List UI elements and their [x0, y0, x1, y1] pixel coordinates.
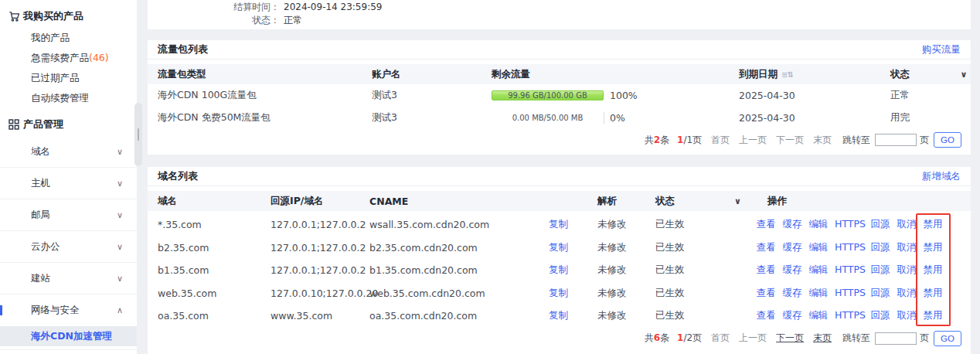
view-link[interactable]: 查看 [756, 264, 776, 277]
disable-link[interactable]: 禁用 [923, 264, 943, 277]
https-link[interactable]: HTTPS [835, 241, 864, 253]
cancel-link[interactable]: 取消 [897, 309, 917, 322]
copy-link[interactable]: 复制 [549, 287, 568, 298]
prev-page-link[interactable]: 上一页 [739, 134, 767, 147]
edit-link[interactable]: 编辑 [808, 309, 829, 322]
jump-page-input[interactable] [875, 134, 917, 146]
total-count: 共2条 [645, 134, 669, 147]
copy-link[interactable]: 复制 [549, 309, 568, 321]
cache-link[interactable]: 缓存 [782, 241, 802, 254]
status-filter-chevron-icon[interactable]: ∨ [734, 196, 756, 206]
https-link[interactable]: HTTPS [835, 264, 864, 275]
sidebar-item-network-security[interactable]: 网络与安全∧ [0, 294, 137, 326]
view-link[interactable]: 查看 [756, 309, 776, 322]
disable-link[interactable]: 禁用 [923, 309, 943, 322]
chevron-down-icon: ∨ [117, 242, 123, 252]
cname-value: b2.35.com.cdn20.com [369, 242, 543, 254]
sidebar-item-overseas-cdn[interactable]: 海外CDN加速管理 [0, 326, 137, 346]
origin-link[interactable]: 回源 [870, 218, 890, 231]
account-name: 测试3 [372, 111, 492, 124]
first-page-link[interactable]: 首页 [711, 134, 730, 147]
next-page-link[interactable]: 下一页 [776, 134, 804, 147]
next-page-link[interactable]: 下一页 [776, 332, 804, 345]
origin-link[interactable]: 回源 [870, 309, 890, 322]
sidebar-item-site-builder[interactable]: 建站∨ [0, 263, 137, 294]
edit-link[interactable]: 编辑 [808, 241, 829, 254]
add-domain-link[interactable]: 新增域名 [922, 170, 961, 183]
progress-bar: 99.96 GB/100.00 GB [492, 90, 604, 100]
package-status: 用完 [890, 111, 957, 124]
sidebar-group-purchased: 我购买的产品 [8, 8, 137, 25]
disable-link[interactable]: 禁用 [923, 241, 943, 254]
percent-value: 100% [610, 90, 638, 101]
cache-link[interactable]: 缓存 [782, 309, 802, 322]
view-link[interactable]: 查看 [756, 218, 776, 231]
package-type: 海外CDN 免费50M流量包 [148, 111, 372, 124]
total-number: 6 [654, 332, 660, 343]
copy-link[interactable]: 复制 [549, 241, 568, 253]
traffic-table-header: 流量包类型 账户名 剩余流量 到期日期≡⇅ 状态 ∨ [148, 64, 971, 84]
origin-link[interactable]: 回源 [870, 241, 890, 254]
jump-label: 跳转至 [842, 332, 870, 345]
buy-traffic-link[interactable]: 购买流量 [922, 43, 961, 56]
cache-link[interactable]: 缓存 [782, 287, 802, 300]
disable-link[interactable]: 禁用 [923, 287, 943, 300]
table-row: 海外CDN 100G流量包 测试3 99.96 GB/100.00 GB 100… [148, 84, 971, 107]
go-button[interactable]: GO [934, 132, 961, 148]
traffic-package-section: 流量包列表 购买流量 流量包类型 账户名 剩余流量 到期日期≡⇅ 状态 ∨ 海外… [148, 40, 971, 155]
cancel-link[interactable]: 取消 [897, 218, 917, 231]
https-link[interactable]: HTTPS [835, 287, 864, 298]
sidebar-collapse-handle[interactable] [134, 103, 142, 166]
chevron-down-icon: ∨ [117, 210, 123, 220]
last-page-link[interactable]: 末页 [813, 134, 832, 147]
domain-list-section: 域名列表 新增域名 域名 回源IP/域名 CNAME 解析 状态 ∨ 操作 *.… [148, 167, 971, 354]
sidebar-item-auto-renew[interactable]: 自动续费管理 [0, 88, 137, 108]
edit-link[interactable]: 编辑 [808, 264, 829, 277]
copy-link[interactable]: 复制 [549, 264, 568, 275]
sidebar-item-renew-products[interactable]: 急需续费产品(46) [0, 48, 137, 68]
origin-ip: 127.0.0.1;127.0.0.2 [271, 264, 369, 276]
cancel-link[interactable]: 取消 [897, 264, 917, 277]
go-button[interactable]: GO [934, 331, 961, 346]
view-link[interactable]: 查看 [756, 241, 776, 254]
sidebar-item-cloud-office[interactable]: 云办公∨ [0, 231, 137, 263]
status-label: 状态： [148, 14, 280, 27]
edit-link[interactable]: 编辑 [808, 287, 829, 300]
grid-icon [8, 118, 20, 131]
resolve-status: 未修改 [597, 287, 655, 300]
chevron-down-icon: ∨ [117, 147, 123, 157]
page-unit: 页 [920, 134, 929, 147]
cancel-link[interactable]: 取消 [897, 241, 917, 254]
first-page-link[interactable]: 首页 [711, 332, 730, 345]
jump-page-input[interactable] [875, 332, 917, 345]
cancel-link[interactable]: 取消 [897, 287, 917, 300]
sidebar-item-expired-products[interactable]: 已过期产品 [0, 68, 137, 88]
status-filter-chevron-icon[interactable]: ∨ [957, 70, 971, 80]
sort-icon[interactable]: ≡⇅ [781, 70, 793, 79]
origin-link[interactable]: 回源 [870, 287, 890, 300]
sidebar-item-host[interactable]: 主机∨ [0, 168, 137, 199]
prev-page-link[interactable]: 上一页 [739, 332, 767, 345]
sidebar-item-my-products[interactable]: 我的产品 [0, 28, 137, 48]
col-resolve: 解析 [597, 195, 655, 208]
table-row: oa.35.com www.35.com oa.35.com.cdn20.com… [148, 305, 971, 328]
sidebar-item-mail[interactable]: 邮局∨ [0, 199, 137, 231]
disable-link[interactable]: 禁用 [923, 218, 943, 231]
domain-name: oa.35.com [148, 310, 271, 322]
copy-link[interactable]: 复制 [549, 218, 568, 230]
cache-link[interactable]: 缓存 [782, 218, 802, 231]
operations-cell: 查看缓存编辑HTTPS回源取消禁用 [756, 218, 971, 231]
view-link[interactable]: 查看 [756, 287, 776, 300]
sidebar-item-domain[interactable]: 域名∨ [0, 136, 137, 168]
https-link[interactable]: HTTPS [835, 218, 864, 230]
https-link[interactable]: HTTPS [835, 309, 864, 321]
table-row: 海外CDN 免费50M流量包 测试3 0.00 MB/50.00 MB 0% 2… [148, 107, 971, 129]
cache-link[interactable]: 缓存 [782, 264, 802, 277]
origin-ip: 127.0.0.1;127.0.0.2 [271, 242, 369, 254]
renew-count-badge: (46) [89, 52, 109, 63]
acc-label: 邮局 [31, 209, 50, 222]
origin-link[interactable]: 回源 [870, 264, 890, 277]
edit-link[interactable]: 编辑 [808, 218, 829, 231]
last-page-link[interactable]: 末页 [813, 332, 832, 345]
resolve-status: 未修改 [597, 264, 655, 277]
